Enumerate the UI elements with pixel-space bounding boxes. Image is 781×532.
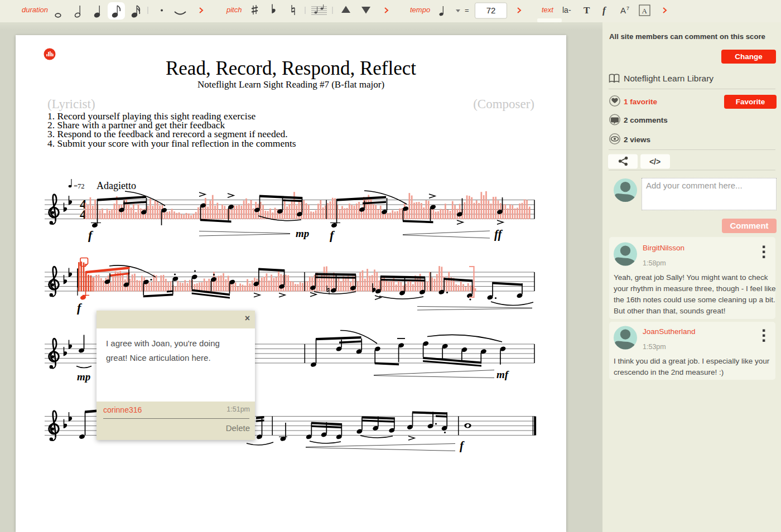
svg-text:tempo: tempo: [410, 6, 430, 14]
svg-text:Adagietto: Adagietto: [97, 180, 136, 191]
svg-text:f: f: [330, 228, 335, 242]
svg-text:ff: ff: [494, 228, 503, 241]
svg-text:mf: mf: [496, 369, 509, 380]
svg-text:=: =: [465, 6, 469, 14]
svg-text:pitch: pitch: [226, 6, 242, 14]
svg-text:f: f: [77, 301, 83, 315]
svg-text:A: A: [642, 7, 648, 15]
svg-text:la-: la-: [562, 6, 571, 14]
svg-text:A: A: [620, 6, 626, 15]
svg-text:=72: =72: [74, 182, 85, 190]
svg-text:mp: mp: [296, 228, 309, 239]
svg-text:mp: mp: [77, 371, 90, 383]
svg-text:T: T: [584, 5, 590, 16]
svg-text:</>: </>: [649, 157, 661, 166]
svg-text:text: text: [542, 6, 554, 14]
svg-text:duration: duration: [22, 6, 48, 14]
svg-text:f: f: [88, 228, 94, 242]
svg-text:f: f: [460, 439, 465, 452]
svg-text:72: 72: [486, 6, 496, 15]
svg-text:7: 7: [626, 6, 629, 11]
